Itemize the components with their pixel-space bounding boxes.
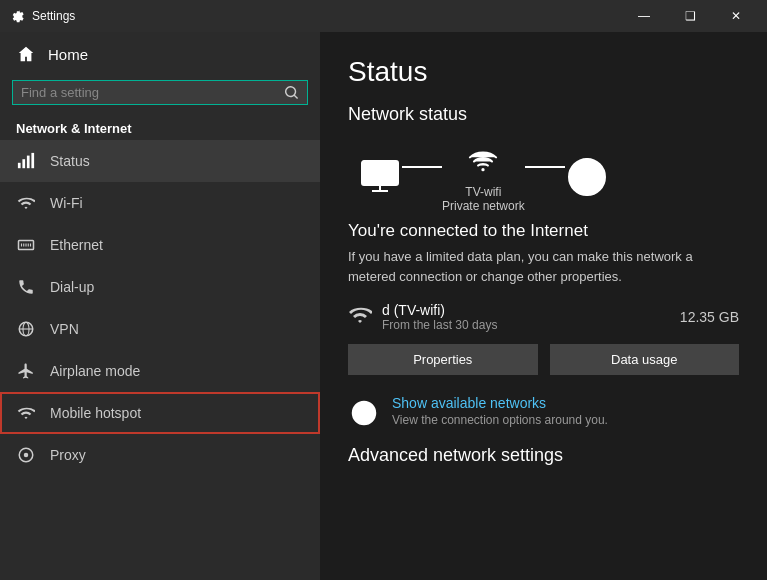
settings-icon xyxy=(8,8,24,24)
minimize-button[interactable]: — xyxy=(621,0,667,32)
properties-button[interactable]: Properties xyxy=(348,344,538,375)
line-2 xyxy=(525,166,565,168)
network-label: TV-wifi Private network xyxy=(442,185,525,213)
sidebar-item-wifi[interactable]: Wi-Fi xyxy=(0,182,320,224)
hotspot-icon xyxy=(16,403,36,423)
sidebar-item-hotspot[interactable]: Mobile hotspot xyxy=(0,392,320,434)
data-row-left: d (TV-wifi) From the last 30 days xyxy=(348,302,497,332)
search-icon xyxy=(285,86,299,100)
sidebar-item-ethernet[interactable]: Ethernet xyxy=(0,224,320,266)
proxy-icon xyxy=(16,445,36,465)
sidebar-item-vpn[interactable]: VPN xyxy=(0,308,320,350)
network-status-title: Network status xyxy=(348,104,739,125)
show-networks-desc: View the connection options around you. xyxy=(392,413,608,427)
svg-point-9 xyxy=(24,453,29,458)
connection-status: You're connected to the Internet xyxy=(348,221,739,241)
sidebar-item-proxy[interactable]: Proxy xyxy=(0,434,320,476)
status-icon xyxy=(16,151,36,171)
search-input[interactable] xyxy=(21,85,279,100)
vpn-icon xyxy=(16,319,36,339)
titlebar-left: Settings xyxy=(8,8,75,24)
svg-point-11 xyxy=(482,168,485,171)
sidebar-item-home[interactable]: Home xyxy=(0,32,320,76)
titlebar-title: Settings xyxy=(32,9,75,23)
show-networks-option[interactable]: Show available networks View the connect… xyxy=(348,395,739,429)
airplane-label: Airplane mode xyxy=(50,363,140,379)
line-1 xyxy=(402,166,442,168)
sidebar: Home Network & Internet Status xyxy=(0,32,320,580)
sidebar-section-title: Network & Internet xyxy=(0,113,320,140)
search-box[interactable] xyxy=(12,80,308,105)
status-label: Status xyxy=(50,153,90,169)
svg-rect-2 xyxy=(27,156,30,169)
home-label: Home xyxy=(48,46,88,63)
ethernet-label: Ethernet xyxy=(50,237,103,253)
show-networks-icon xyxy=(348,397,380,429)
proxy-label: Proxy xyxy=(50,447,86,463)
advanced-title: Advanced network settings xyxy=(348,445,739,466)
svg-rect-1 xyxy=(22,159,25,168)
hotspot-label: Mobile hotspot xyxy=(50,405,141,421)
home-icon xyxy=(16,44,36,64)
dialup-label: Dial-up xyxy=(50,279,94,295)
show-networks-text: Show available networks View the connect… xyxy=(392,395,608,427)
data-amount: 12.35 GB xyxy=(680,309,739,325)
svg-rect-0 xyxy=(18,163,21,168)
vpn-label: VPN xyxy=(50,321,79,337)
maximize-button[interactable]: ❑ xyxy=(667,0,713,32)
wifi-icon-group: TV-wifi Private network xyxy=(442,141,525,213)
svg-point-18 xyxy=(362,418,366,422)
airplane-icon xyxy=(16,361,36,381)
data-usage-button[interactable]: Data usage xyxy=(550,344,740,375)
svg-rect-3 xyxy=(31,153,34,168)
svg-rect-10 xyxy=(362,161,398,185)
titlebar-controls: — ❑ ✕ xyxy=(621,0,759,32)
data-network-name: d (TV-wifi) xyxy=(382,302,497,318)
computer-icon-group xyxy=(358,159,402,195)
wifi-small-icon xyxy=(348,303,372,331)
sidebar-item-dialup[interactable]: Dial-up xyxy=(0,266,320,308)
page-title: Status xyxy=(348,56,739,88)
wifi-icon xyxy=(16,193,36,213)
globe-icon-group xyxy=(565,155,609,199)
button-row: Properties Data usage xyxy=(348,344,739,375)
titlebar: Settings — ❑ ✕ xyxy=(0,0,767,32)
dialup-icon xyxy=(16,277,36,297)
close-button[interactable]: ✕ xyxy=(713,0,759,32)
connection-desc: If you have a limited data plan, you can… xyxy=(348,247,739,286)
data-info: d (TV-wifi) From the last 30 days xyxy=(382,302,497,332)
data-since: From the last 30 days xyxy=(382,318,497,332)
main-container: Home Network & Internet Status xyxy=(0,32,767,580)
sidebar-item-airplane[interactable]: Airplane mode xyxy=(0,350,320,392)
data-row: d (TV-wifi) From the last 30 days 12.35 … xyxy=(348,302,739,332)
content-area: Status Network status xyxy=(320,32,767,580)
show-networks-title: Show available networks xyxy=(392,395,608,411)
sidebar-item-status[interactable]: Status xyxy=(0,140,320,182)
network-diagram: TV-wifi Private network xyxy=(348,141,739,213)
ethernet-icon xyxy=(16,235,36,255)
wifi-label: Wi-Fi xyxy=(50,195,83,211)
